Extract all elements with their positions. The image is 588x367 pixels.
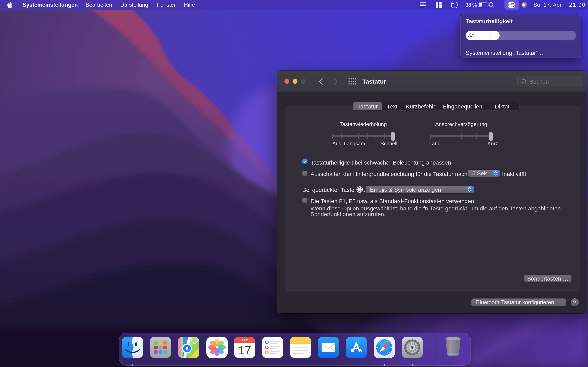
svg-text:APR: APR — [241, 338, 248, 342]
svg-text:17: 17 — [238, 343, 251, 357]
